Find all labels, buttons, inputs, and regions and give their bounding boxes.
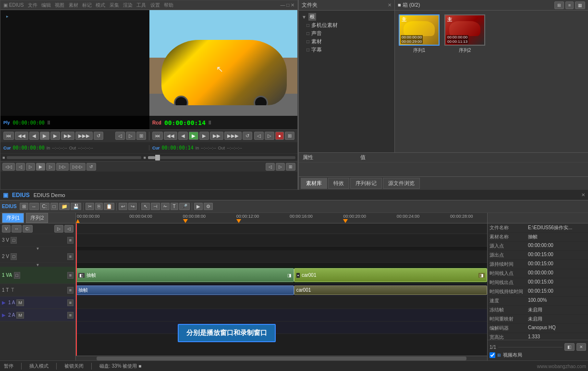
small-extra-1[interactable]: ◁ [266,163,275,171]
right-to-start-btn[interactable]: ⏮ [152,132,163,140]
seq-tab-2[interactable]: 序列2 [26,213,48,223]
right-play-btn[interactable]: ▶ [189,132,198,140]
scrollbar-thumb[interactable] [97,357,466,360]
right-progress-bar[interactable] [148,156,295,159]
tab-asset-library[interactable]: 素材库 [301,178,327,189]
small-play-btn[interactable]: ▶ [36,163,45,171]
tab-effects[interactable]: 特效 [328,178,349,189]
tool-insert[interactable]: ↔ [29,203,39,210]
left-extra1-btn[interactable]: ◁ [115,132,125,140]
track-2v-eye[interactable]: ≡ [67,253,74,260]
tree-item-root[interactable]: ▼ 根 [301,12,392,21]
v-tool-collapse[interactable]: ◁ [64,225,74,233]
left-to-start-btn[interactable]: ⏮ [3,132,14,140]
left-next-btn[interactable]: ▶▶ [61,132,74,140]
tool-save[interactable]: 💾 [71,203,81,210]
video-layout-checkbox[interactable] [490,352,495,358]
clip-car001-audio[interactable]: car001 [294,285,487,295]
right-extra1-btn[interactable]: ◁ [254,132,264,140]
tool-mic[interactable]: 🎤 [179,203,190,210]
right-next-btn[interactable]: ▶▶ [210,132,223,140]
tree-item-multiclip[interactable]: □ 多机位素材 [301,21,392,29]
tool-settings[interactable]: ⚙ [204,203,213,210]
v-tool-2[interactable]: ↔ [12,225,22,233]
clip-car001-video[interactable]: ▪ car001 ◨ [294,268,487,283]
track-2v-arrow[interactable]: ▼ [0,263,75,267]
left-play-btn[interactable]: ▶ [40,132,49,140]
right-prev-btn[interactable]: ◀◀ [164,132,177,140]
tab-sequence-markers[interactable]: 序列标记 [350,178,382,189]
timeline-scrollbar[interactable] [76,356,487,360]
edius-window-controls[interactable]: ✕ [581,192,585,198]
tree-item-material[interactable]: □ 素材 [301,37,392,46]
close-file-browser[interactable]: ✕ [388,2,392,8]
clip-chouzheng[interactable]: ◧ 抽帧 ◨ [76,268,294,283]
track-1a-mute[interactable]: M [16,299,24,306]
track-1va-lock[interactable]: □ [14,272,20,279]
asset-thumb-seq1[interactable]: 主 00:00:00:0000:00:29:00 序列1 [399,14,440,54]
track-2a-eye[interactable]: ≡ [67,312,74,319]
track-3v-lock[interactable]: □ [11,237,17,244]
right-progress-thumb[interactable] [155,155,160,161]
tool-c[interactable]: C: [40,203,49,210]
tree-item-subtitle[interactable]: □ 字幕 [301,46,392,54]
tree-item-audio[interactable]: □ 声音 [301,29,392,37]
left-loop-btn[interactable]: ↺ [94,132,103,140]
tool-snap[interactable]: ⊞ [20,203,28,210]
tab-source-browser[interactable]: 源文件浏览 [383,178,420,189]
bin-btn-2[interactable]: ≡ [565,1,574,9]
tool-open[interactable]: 📁 [59,203,70,210]
left-to-end-btn[interactable]: ▶▶▶ [75,132,93,140]
left-extra3-btn[interactable]: ⊞ [136,132,146,140]
v-tool-r[interactable]: ▷ [54,225,63,233]
track-1a-eye[interactable]: ≡ [67,299,74,306]
track-1t-eye[interactable]: ≡ [67,287,74,294]
right-step-back-btn[interactable]: ◀ [178,132,188,140]
right-loop-btn[interactable]: ↺ [243,132,252,140]
tool-paste[interactable]: 📋 [104,203,114,210]
clip-chouzheng-audio[interactable]: 抽帧 [76,285,294,295]
right-extra3-btn[interactable]: ⊞ [285,132,294,140]
asset-thumb-seq2[interactable]: 主 00:00:00:0000:00:11:13 序列2 [444,14,485,54]
small-btn-6[interactable]: ▷▷ [56,163,69,171]
small-btn-1[interactable]: ◁◁ [2,163,15,171]
left-progress-bar[interactable] [7,156,141,159]
small-extra-3[interactable]: ⊞ [286,163,295,171]
small-btn-2[interactable]: ◁ [16,163,25,171]
track-2v-lock[interactable]: □ [11,253,17,260]
tool-redo[interactable]: ↪ [128,203,137,210]
bin-btn-3[interactable]: ▦ [575,1,585,9]
left-step-fwd-btn[interactable]: ▶ [50,132,60,140]
bin-btn-1[interactable]: ⊞ [554,1,564,9]
info-expand-btn[interactable]: ◧ [564,343,575,351]
track-2a-mute[interactable]: M [16,312,24,319]
small-btn-3[interactable]: ▷ [26,163,35,171]
tool-text[interactable]: T [171,203,178,210]
right-extra2-btn[interactable]: ▷ [265,132,274,140]
tool-select[interactable]: ↖ [141,203,150,210]
tool-cut[interactable]: ✂ [86,203,94,210]
tool-copy[interactable]: ⎘ [95,203,103,210]
right-to-end-btn[interactable]: ▶▶▶ [224,132,242,140]
info-close-btn[interactable]: ✕ [576,343,586,351]
left-step-back-btn[interactable]: ◀ [29,132,39,140]
tool-trim[interactable]: ⊣ [151,203,160,210]
track-1va-eye[interactable]: ≡ [67,272,74,279]
small-btn-7[interactable]: ▷▷▷ [70,163,86,171]
small-btn-8[interactable]: ↺ [86,163,96,171]
v-tool-3[interactable]: C: [23,225,33,233]
left-prev-btn[interactable]: ◀◀ [15,132,28,140]
tool-new[interactable]: □ [50,203,58,210]
small-btn-5[interactable]: ▷ [46,163,55,171]
tool-undo[interactable]: ↩ [119,203,127,210]
seq-tab-1[interactable]: 序列1 [2,213,24,223]
tool-razor[interactable]: ✁ [161,203,170,210]
window-controls[interactable]: — □ ✕ [280,2,294,8]
small-extra-2[interactable]: ▷ [276,163,285,171]
track-3v-arrow[interactable]: ▼ [0,247,75,250]
v-tool-1[interactable]: V [2,225,11,233]
tool-render[interactable]: ▶ [194,203,203,210]
track-3v-eye[interactable]: ≡ [67,237,74,244]
right-rec-btn[interactable]: ● [275,132,284,140]
right-step-fwd-btn[interactable]: ▶ [199,132,209,140]
